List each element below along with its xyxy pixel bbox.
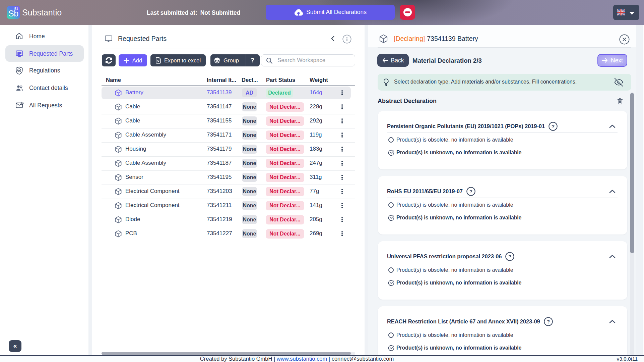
svg-text:?: ? xyxy=(469,189,472,194)
svg-text:?: ? xyxy=(552,123,555,129)
svg-text:?: ? xyxy=(508,254,511,259)
svg-text:?: ? xyxy=(547,319,550,324)
